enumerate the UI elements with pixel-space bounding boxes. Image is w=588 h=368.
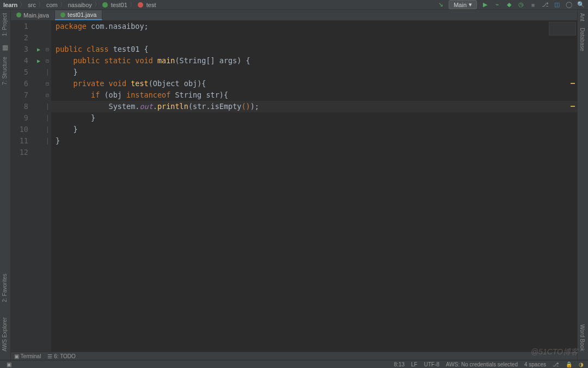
line-number[interactable]: 6 (11, 78, 28, 89)
coverage-button[interactable]: ◆ (505, 1, 513, 9)
code-line[interactable]: package com.nasaiboy; (51, 21, 577, 32)
inspection-icon[interactable]: ◑ (579, 361, 584, 367)
bottom-tool-bar: ▣ Terminal ☰ 6: TODO (11, 352, 577, 360)
code-line[interactable]: if (obj instanceof String str){ (51, 89, 577, 101)
line-number[interactable]: 5 (11, 67, 28, 78)
git-branch-icon[interactable]: ⎇ (553, 361, 559, 367)
debug-button[interactable]: ⌁ (493, 1, 501, 9)
right-tool-rail: Ant Database Word Book (577, 10, 588, 360)
run-gutter[interactable]: ▶▶ (34, 21, 44, 352)
line-number[interactable]: 8 (11, 101, 28, 112)
line-number[interactable]: 3 (11, 44, 28, 55)
fold-gutter[interactable]: ⊟⊟│⊟⊟││││ (44, 21, 51, 352)
tool-ant[interactable]: Ant (578, 10, 587, 25)
line-number[interactable]: 10 (11, 124, 28, 135)
code-line[interactable]: System.out.println(str.isEmpty()); (51, 101, 577, 112)
tool-aws-explorer[interactable]: AWS Explorer (0, 314, 9, 354)
code-line[interactable] (51, 147, 577, 158)
file-encoding[interactable]: UTF-8 (424, 361, 439, 367)
stop-button[interactable]: ■ (529, 1, 537, 9)
fold-marker: │ (44, 67, 51, 78)
hammer-icon[interactable]: ↘ (437, 1, 444, 9)
fold-marker: │ (44, 101, 51, 112)
tool-project[interactable]: 1: Project (0, 10, 9, 39)
folder-icon[interactable]: ▦ (0, 41, 10, 53)
code-line[interactable]: private void test(Object obj){ (51, 78, 577, 89)
run-line-icon[interactable]: ▶ (37, 58, 40, 64)
left-tool-rail: 1: Project ▦ 7: Structure 2: Favorites A… (0, 10, 11, 360)
code-content[interactable]: package com.nasaiboy;public class test01… (51, 21, 577, 352)
tool-terminal[interactable]: ▣ Terminal (14, 353, 41, 359)
fold-marker (44, 21, 51, 32)
run-button[interactable]: ▶ (481, 1, 489, 9)
crumb-class[interactable]: test01 (111, 2, 127, 8)
line-number[interactable]: 12 (11, 147, 28, 158)
code-line[interactable]: } (51, 135, 577, 147)
crumb-package[interactable]: nasaiboy (68, 2, 92, 8)
tab-label: test01.java (68, 11, 96, 18)
class-icon (102, 2, 108, 8)
tool-structure[interactable]: 7: Structure (0, 53, 9, 88)
run-gutter-cell (34, 67, 44, 78)
crumb-method[interactable]: test (146, 2, 156, 8)
warning-marker[interactable] (571, 106, 575, 107)
run-config-label: Main (454, 2, 467, 8)
profile-button[interactable]: ◷ (517, 1, 525, 9)
breadcrumb[interactable]: learn 〉 src 〉 com 〉 nasaiboy 〉 test01 〉 … (3, 1, 437, 9)
code-line[interactable]: } (51, 124, 577, 135)
code-line[interactable] (51, 32, 577, 44)
method-icon (138, 2, 143, 8)
warning-marker[interactable] (571, 83, 575, 84)
lock-icon[interactable]: 🔒 (566, 361, 572, 367)
fold-marker (44, 147, 51, 158)
run-gutter-cell (34, 32, 44, 44)
crumb-com[interactable]: com (46, 2, 58, 8)
tool-word-book[interactable]: Word Book (578, 321, 587, 354)
tool-database[interactable]: Database (578, 25, 587, 55)
tool-todo[interactable]: ☰ 6: TODO (47, 353, 75, 359)
tab-test01-java[interactable]: test01.java (55, 10, 102, 20)
fold-marker: │ (44, 112, 51, 124)
line-number[interactable]: 7 (11, 89, 28, 101)
fold-marker[interactable]: ⊟ (44, 44, 51, 55)
search-icon[interactable]: 🔍 (577, 1, 585, 9)
breadcrumb-sep-icon: 〉 (38, 1, 44, 9)
git-button[interactable]: ⎇ (541, 1, 549, 9)
navigation-bar: learn 〉 src 〉 com 〉 nasaiboy 〉 test01 〉 … (0, 0, 588, 10)
fold-marker[interactable]: ⊟ (44, 89, 51, 101)
code-editor[interactable]: 123456789101112 ▶▶ ⊟⊟│⊟⊟││││ package com… (11, 21, 577, 352)
update-button[interactable]: ◫ (553, 1, 561, 9)
line-number[interactable]: 9 (11, 112, 28, 124)
run-configuration-dropdown[interactable]: Main ▾ (449, 0, 477, 9)
run-gutter-cell[interactable]: ▶ (34, 44, 44, 55)
crumb-project[interactable]: learn (3, 2, 17, 8)
line-number[interactable]: 2 (11, 32, 28, 44)
tool-favorites[interactable]: 2: Favorites (0, 270, 9, 305)
code-line[interactable]: public class test01 { (51, 44, 577, 55)
status-left-icon[interactable]: ▣ (4, 361, 11, 367)
fold-marker[interactable]: ⊟ (44, 78, 51, 89)
avatar-icon[interactable]: ◯ (565, 1, 573, 9)
code-line[interactable]: } (51, 67, 577, 78)
indent-setting[interactable]: 4 spaces (524, 361, 546, 367)
line-number[interactable]: 1 (11, 21, 28, 32)
tab-label: Main.java (23, 12, 49, 19)
chevron-down-icon: ▾ (469, 1, 472, 8)
line-number[interactable]: 4 (11, 55, 28, 67)
crumb-src[interactable]: src (28, 2, 36, 8)
code-line[interactable]: public static void main(String[] args) { (51, 55, 577, 67)
fold-marker[interactable]: ⊟ (44, 55, 51, 67)
line-number[interactable]: 11 (11, 135, 28, 147)
run-gutter-cell (34, 101, 44, 112)
line-number-gutter[interactable]: 123456789101112 (11, 21, 34, 352)
breadcrumb-sep-icon: 〉 (20, 1, 26, 9)
aws-status[interactable]: AWS: No credentials selected (446, 361, 518, 367)
line-ending[interactable]: LF (411, 361, 418, 367)
tab-main-java[interactable]: Main.java (11, 11, 55, 20)
code-minimap[interactable] (549, 22, 576, 35)
cursor-position[interactable]: 8:13 (394, 361, 405, 367)
run-gutter-cell (34, 89, 44, 101)
run-gutter-cell[interactable]: ▶ (34, 55, 44, 67)
code-line[interactable]: } (51, 112, 577, 124)
run-line-icon[interactable]: ▶ (37, 46, 40, 52)
